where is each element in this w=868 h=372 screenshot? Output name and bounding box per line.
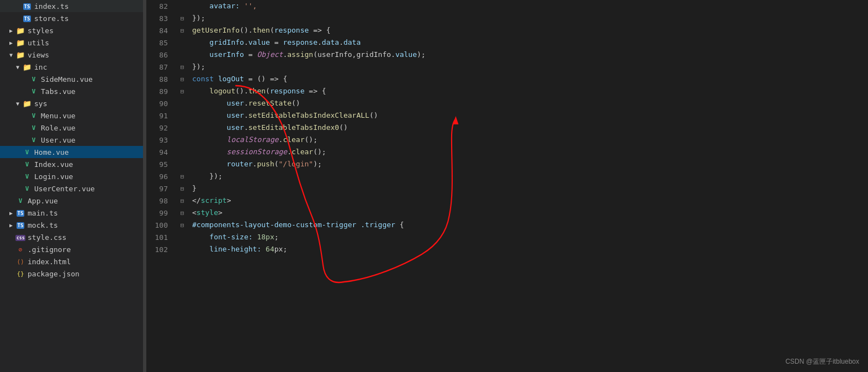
sidebar-item-sys[interactable]: ▼📁sys: [0, 97, 143, 109]
line-number: 84: [146, 24, 177, 36]
sidebar-item-index-ts[interactable]: TSindex.ts: [0, 0, 143, 12]
tree-item-label: Tabs.vue: [41, 87, 76, 96]
vue-icon: V: [29, 87, 39, 95]
sidebar-item-views[interactable]: ▼📁views: [0, 49, 143, 61]
git-icon: ⊘: [15, 245, 25, 253]
tree-item-label: style.css: [28, 233, 66, 242]
sidebar-item-mock-ts[interactable]: ▶TSmock.ts: [0, 219, 143, 231]
code-line-90: 90 user.resetState(): [146, 97, 868, 109]
line-gutter: [177, 49, 188, 61]
line-number: 95: [146, 158, 177, 170]
sidebar-item-index-vue[interactable]: VIndex.vue: [0, 158, 143, 170]
code-editor[interactable]: 82 avatar: '',83⊟});84⊟getUserInfo().the…: [146, 0, 868, 372]
code-line-92: 92 user.setEditableTabsIndex0(): [146, 122, 868, 134]
sidebar-item-store-ts[interactable]: TSstore.ts: [0, 12, 143, 24]
code-line-87: 87⊟});: [146, 61, 868, 73]
tree-item-label: SideMenu.vue: [41, 75, 93, 83]
line-content: line-height: 64px;: [188, 243, 868, 255]
code-line-91: 91 user.setEditableTabsIndexClearALL(): [146, 109, 868, 122]
sidebar-item-usercenter-vue[interactable]: VUserCenter.vue: [0, 182, 143, 195]
line-content: #components-layout-demo-custom-trigger .…: [188, 219, 868, 231]
sidebar-item-index-html[interactable]: ⟨⟩index.html: [0, 255, 143, 268]
line-number: 102: [146, 243, 177, 255]
line-gutter[interactable]: ⊟: [177, 73, 188, 85]
code-line-96: 96⊟ });: [146, 170, 868, 182]
sidebar-item-role-vue[interactable]: VRole.vue: [0, 122, 143, 134]
sidebar-item-inc[interactable]: ▼📁inc: [0, 61, 143, 73]
vue-icon: V: [22, 185, 32, 192]
vue-icon: V: [29, 136, 39, 144]
line-number: 100: [146, 219, 177, 231]
code-line-83: 83⊟});: [146, 12, 868, 24]
tree-item-label: main.ts: [28, 209, 58, 217]
sidebar-item-gitignore[interactable]: ⊘.gitignore: [0, 243, 143, 255]
tree-arrow: ▼: [13, 64, 22, 70]
tree-item-label: Login.vue: [34, 172, 73, 181]
line-content: user.setEditableTabsIndexClearALL(): [188, 109, 868, 122]
line-content: const logOut = () => {: [188, 73, 868, 85]
line-number: 89: [146, 85, 177, 97]
line-gutter[interactable]: ⊟: [177, 182, 188, 195]
sidebar-item-home-vue[interactable]: VHome.vue: [0, 146, 143, 158]
line-content: user.setEditableTabsIndex0(): [188, 122, 868, 134]
line-gutter[interactable]: ⊟: [177, 170, 188, 182]
tree-arrow: ▶: [7, 28, 15, 34]
tree-item-label: Home.vue: [34, 148, 69, 156]
line-gutter[interactable]: ⊟: [177, 207, 188, 219]
html-icon: ⟨⟩: [15, 258, 25, 265]
line-gutter[interactable]: ⊟: [177, 12, 188, 24]
tree-item-label: Role.vue: [41, 124, 76, 132]
line-gutter: [177, 158, 188, 170]
tree-item-label: User.vue: [41, 136, 76, 144]
tree-item-label: Menu.vue: [41, 112, 76, 120]
sidebar-item-user-vue[interactable]: VUser.vue: [0, 134, 143, 146]
sidebar-item-app-vue[interactable]: VApp.vue: [0, 195, 143, 207]
code-line-97: 97⊟}: [146, 182, 868, 195]
line-number: 99: [146, 207, 177, 219]
tree-arrow: ▶: [7, 222, 15, 228]
line-gutter[interactable]: ⊟: [177, 195, 188, 207]
line-number: 101: [146, 231, 177, 243]
line-number: 96: [146, 170, 177, 182]
code-line-95: 95 router.push("/login");: [146, 158, 868, 170]
code-line-89: 89⊟ logout().then(response => {: [146, 85, 868, 97]
sidebar-item-styles[interactable]: ▶📁styles: [0, 24, 143, 36]
sidebar-item-tabs-vue[interactable]: VTabs.vue: [0, 85, 143, 97]
code-area: 82 avatar: '',83⊟});84⊟getUserInfo().the…: [146, 0, 868, 255]
line-number: 93: [146, 134, 177, 146]
tree-arrow: ▼: [13, 101, 22, 107]
line-content: avatar: '',: [188, 0, 868, 12]
tree-item-label: .gitignore: [28, 245, 71, 254]
sidebar-item-main-ts[interactable]: ▶TSmain.ts: [0, 207, 143, 219]
tree-item-label: sys: [34, 99, 47, 108]
sidebar-item-sidemenu-vue[interactable]: VSideMenu.vue: [0, 73, 143, 85]
vue-icon: V: [22, 160, 32, 168]
line-gutter[interactable]: ⊟: [177, 61, 188, 73]
code-line-94: 94 sessionStorage.clear();: [146, 146, 868, 158]
sidebar-item-style-css[interactable]: cssstyle.css: [0, 231, 143, 243]
ts-icon: TS: [15, 209, 25, 217]
json-icon: {}: [15, 270, 25, 277]
line-gutter[interactable]: ⊟: [177, 219, 188, 231]
code-line-99: 99⊟<style>: [146, 207, 868, 219]
line-number: 86: [146, 49, 177, 61]
line-gutter: [177, 231, 188, 243]
folder-icon: 📁: [15, 27, 25, 35]
tree-item-label: inc: [34, 63, 47, 71]
line-number: 82: [146, 0, 177, 12]
sidebar-item-package-json[interactable]: {}package.json: [0, 268, 143, 280]
line-gutter[interactable]: ⊟: [177, 24, 188, 36]
ts-icon: TS: [22, 2, 32, 10]
code-line-100: 100⊟#components-layout-demo-custom-trigg…: [146, 219, 868, 231]
line-content: font-size: 18px;: [188, 231, 868, 243]
code-line-102: 102 line-height: 64px;: [146, 243, 868, 255]
code-line-82: 82 avatar: '',: [146, 0, 868, 12]
line-number: 83: [146, 12, 177, 24]
tree-arrow: ▼: [7, 52, 15, 58]
line-gutter[interactable]: ⊟: [177, 85, 188, 97]
sidebar-item-utils[interactable]: ▶📁utils: [0, 36, 143, 49]
line-content: }: [188, 182, 868, 195]
sidebar-item-menu-vue[interactable]: VMenu.vue: [0, 109, 143, 122]
line-content: });: [188, 170, 868, 182]
sidebar-item-login-vue[interactable]: VLogin.vue: [0, 170, 143, 182]
